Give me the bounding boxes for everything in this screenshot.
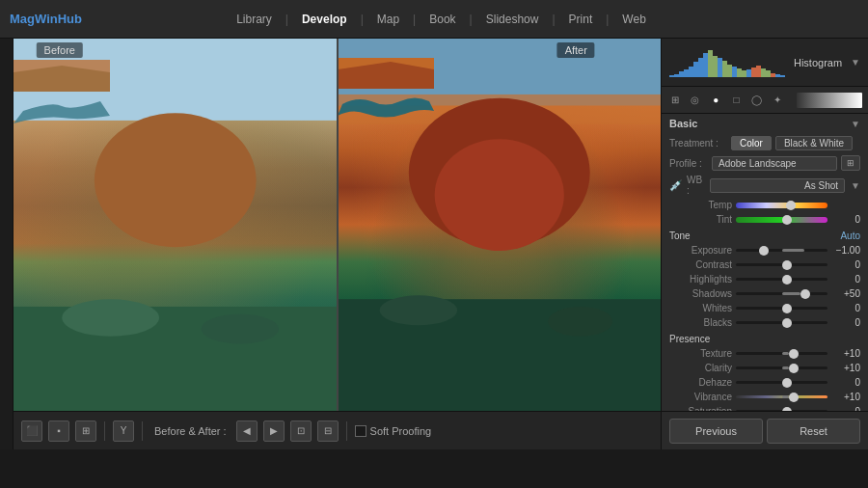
svg-point-14 [379, 295, 457, 325]
reset-button[interactable]: Reset [767, 419, 860, 444]
photo-container: Before [14, 39, 661, 411]
before-after-btn-1[interactable]: ◀ [236, 420, 258, 442]
saturation-thumb[interactable] [782, 407, 792, 412]
dehaze-track[interactable] [736, 381, 827, 384]
photo-divider [337, 39, 339, 411]
vibrance-slider-row: Vibrance +10 [662, 390, 868, 404]
texture-thumb[interactable] [789, 349, 799, 359]
rad-tool[interactable]: ◯ [749, 92, 764, 109]
blacks-track[interactable] [736, 321, 827, 324]
bottom-buttons: Previous Reset [662, 411, 868, 449]
shadows-label: Shadows [669, 288, 732, 299]
nav-menu: Library | Develop | Map | Book | Slidesh… [92, 9, 791, 30]
exposure-track[interactable] [736, 249, 827, 252]
top-navigation: MagWinHub Library | Develop | Map | Book… [0, 0, 868, 39]
presence-label: Presence [669, 334, 710, 344]
wb-eyedropper-icon[interactable]: 💉 [669, 178, 683, 192]
basic-section-title: Basic [669, 118, 697, 129]
clarity-fill [782, 366, 790, 369]
histogram-label: Histogram [794, 57, 842, 68]
shadows-value: +50 [831, 288, 860, 299]
grad-tool[interactable]: □ [729, 92, 744, 109]
saturation-track[interactable] [736, 410, 827, 411]
tint-track[interactable] [736, 217, 827, 223]
develop-tool[interactable]: ● [709, 92, 723, 109]
nav-library[interactable]: Library [227, 9, 282, 30]
soft-proofing-checkbox[interactable] [355, 425, 366, 437]
tone-auto-btn[interactable]: Auto [840, 230, 860, 241]
blacks-thumb[interactable] [782, 318, 792, 328]
wb-value-dropdown[interactable]: As Shot [710, 178, 845, 193]
clarity-thumb[interactable] [789, 364, 799, 373]
highlights-thumb[interactable] [782, 275, 792, 285]
nav-print[interactable]: Print [559, 9, 603, 30]
shadows-slider-row: Shadows +50 [662, 286, 868, 301]
vibrance-thumb[interactable] [789, 393, 799, 402]
treatment-bw-btn[interactable]: Black & White [775, 136, 853, 150]
previous-button[interactable]: Previous [669, 419, 763, 444]
left-panel [0, 39, 14, 449]
whites-track[interactable] [736, 307, 827, 310]
treatment-color-btn[interactable]: Color [731, 136, 772, 150]
nav-book[interactable]: Book [420, 9, 465, 30]
exposure-slider-row: Exposure −1.00 [662, 243, 868, 258]
tone-bar [797, 93, 862, 108]
profile-grid-btn[interactable]: ⊞ [841, 155, 860, 171]
profile-label: Profile : [669, 158, 708, 169]
before-after-btn-3[interactable]: ⊡ [290, 420, 312, 442]
heal-tool[interactable]: ◎ [688, 92, 702, 109]
texture-label: Texture [669, 348, 732, 359]
tool-icons-row: ⊞ ◎ ● □ ◯ ✦ [662, 87, 868, 114]
saturation-slider-row: Saturation 0 [662, 404, 868, 411]
clarity-slider-row: Clarity +10 [662, 361, 868, 375]
before-after-btn-2[interactable]: ▶ [263, 420, 285, 442]
toolbar-btn-3[interactable]: ⊞ [75, 420, 96, 442]
wb-row: 💉 WB : As Shot ▼ [662, 173, 868, 198]
tint-slider-row: Tint 0 [662, 212, 868, 227]
exposure-thumb[interactable] [759, 246, 769, 256]
dehaze-thumb[interactable] [782, 378, 792, 388]
profile-value[interactable]: Adobe Landscape [712, 156, 837, 171]
contrast-track[interactable] [736, 263, 827, 266]
texture-track[interactable] [736, 352, 827, 355]
photo-before: Before [14, 39, 338, 411]
wb-dropdown-arrow[interactable]: ▼ [851, 180, 860, 191]
nav-develop[interactable]: Develop [292, 9, 357, 30]
tint-label: Tint [669, 214, 732, 225]
svg-point-5 [62, 299, 159, 337]
temp-thumb[interactable] [786, 201, 796, 210]
main-area: Before [0, 39, 868, 449]
tint-thumb[interactable] [782, 215, 792, 225]
blacks-value: 0 [831, 317, 860, 328]
contrast-thumb[interactable] [782, 260, 792, 270]
vibrance-value: +10 [831, 392, 860, 402]
nav-slideshow[interactable]: Slideshow [476, 9, 549, 30]
contrast-slider-row: Contrast 0 [662, 258, 868, 272]
nav-map[interactable]: Map [367, 9, 409, 30]
shadows-thumb[interactable] [800, 289, 810, 299]
temp-track[interactable] [736, 203, 827, 208]
shadows-track[interactable] [736, 292, 827, 295]
exposure-label: Exposure [669, 245, 732, 256]
crop-tool[interactable]: ⊞ [667, 92, 682, 109]
nav-web[interactable]: Web [612, 9, 655, 30]
basic-section-header[interactable]: Basic ▼ [662, 114, 868, 133]
center-panel: Before [14, 39, 661, 449]
before-after-label: Before & After : [154, 425, 227, 437]
blacks-label: Blacks [669, 317, 732, 328]
toolbar-btn-2[interactable]: ▪ [48, 420, 69, 442]
before-after-btn-4[interactable]: ⊟ [317, 420, 339, 442]
highlights-track[interactable] [736, 278, 827, 281]
vibrance-track[interactable] [736, 395, 827, 398]
photo-after: After [338, 39, 662, 411]
highlights-slider-row: Highlights 0 [662, 272, 868, 286]
histogram-arrow[interactable]: ▼ [851, 57, 860, 68]
toolbar-btn-4[interactable]: Y [113, 420, 134, 442]
brush-tool[interactable]: ✦ [771, 92, 785, 109]
treatment-label: Treatment : [669, 138, 727, 149]
clarity-track[interactable] [736, 366, 827, 369]
histogram-bars [669, 48, 785, 77]
toolbar-btn-1[interactable]: ⬛ [21, 420, 42, 442]
temp-slider-row: Temp [662, 198, 868, 212]
whites-thumb[interactable] [782, 304, 792, 313]
